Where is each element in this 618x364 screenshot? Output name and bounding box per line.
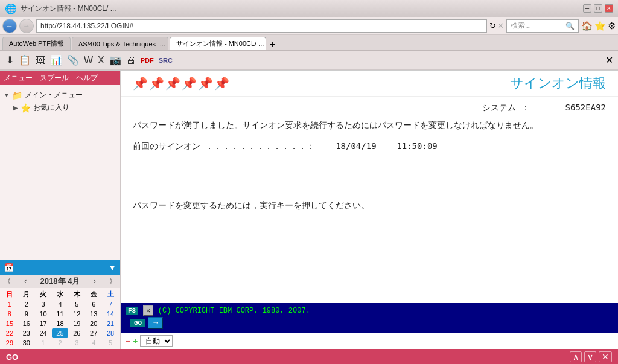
cal-header-sun: 日 (1, 289, 18, 299)
cal-day[interactable]: 2 (18, 299, 35, 309)
status-close-button[interactable]: ✕ (599, 351, 612, 362)
close-button[interactable]: ✕ (605, 4, 613, 13)
prev-week-button[interactable]: ‹ (24, 277, 27, 286)
back-button[interactable]: ← (2, 19, 17, 33)
toolbar-close-btn[interactable]: ✕ (605, 54, 613, 66)
star-icon[interactable]: ⭐ (594, 21, 606, 31)
cal-day[interactable]: 24 (35, 328, 52, 338)
cal-day[interactable]: 23 (18, 328, 35, 338)
word-icon[interactable]: W (83, 54, 94, 67)
search-box[interactable]: 検索... 🔍 (506, 19, 579, 33)
cal-day[interactable]: 27 (85, 328, 102, 338)
main-toolbar: ⬇ 📋 🖼 📊 📎 W X 📷 🖨 PDF SRC ✕ (0, 51, 618, 70)
cal-day[interactable]: 22 (1, 328, 18, 338)
go-badge[interactable]: GO (130, 319, 145, 327)
scroll-down-button[interactable]: ∨ (584, 351, 596, 362)
cal-day[interactable]: 1 (1, 299, 18, 309)
new-tab-button[interactable]: + (270, 39, 275, 50)
cal-day[interactable]: 29 (1, 338, 18, 348)
cal-day[interactable]: 7 (102, 299, 119, 309)
content-body: システム ： S652EA92 パスワードが満了しました。サインオン要求を続行す… (121, 97, 618, 303)
src-icon[interactable]: SRC (158, 56, 174, 65)
status-go-label: GO (6, 353, 18, 362)
maximize-button[interactable]: □ (594, 4, 602, 13)
content-area: 📌 📌 📌 📌 📌 📌 サインオン情報 システム ： S652EA92 パスワー… (121, 71, 618, 349)
cal-day[interactable]: 13 (85, 309, 102, 319)
cal-day[interactable]: 10 (35, 309, 52, 319)
auto-select[interactable]: 自動 (140, 335, 173, 347)
cal-header-fri: 金 (85, 289, 102, 299)
page-icon[interactable]: 📋 (18, 53, 32, 67)
cal-day[interactable]: 21 (102, 319, 119, 328)
tab-autoweb[interactable]: AutoWeb PTF情報 (2, 37, 71, 50)
calendar-dropdown-icon[interactable]: ▼ (108, 263, 116, 272)
page-title: サインオン情報 (510, 74, 606, 92)
cal-day[interactable]: 15 (1, 319, 18, 328)
cal-day[interactable]: 12 (68, 309, 85, 319)
prev-month-button[interactable]: 《 (4, 276, 11, 287)
next-month-button[interactable]: 》 (109, 276, 116, 287)
cal-header-sat: 土 (102, 289, 119, 299)
clip-icon[interactable]: 📎 (66, 53, 80, 67)
terminal-x-button[interactable]: ✕ (143, 305, 153, 316)
cal-day[interactable]: 20 (85, 319, 102, 328)
cal-week-1: 1 2 3 4 5 6 7 (1, 299, 119, 309)
tree-sub: ▶ ⭐ お気に入り (12, 101, 118, 114)
cal-day[interactable]: 30 (18, 338, 35, 348)
next-week-button[interactable]: › (94, 277, 96, 286)
expand-arrow-icon: ▼ (4, 92, 10, 98)
cal-day-today[interactable]: 25 (52, 328, 69, 338)
refresh-icon[interactable]: ↻ (489, 21, 496, 30)
minimize-button[interactable]: ─ (583, 4, 591, 13)
cal-day[interactable]: 5 (102, 338, 119, 348)
last-signon-date: 18/04/19 (336, 141, 376, 151)
chart-icon[interactable]: 📊 (49, 53, 63, 67)
excel-icon[interactable]: X (97, 54, 106, 67)
sidebar-menu-item[interactable]: メニュー (4, 73, 33, 83)
cal-day[interactable]: 3 (68, 338, 85, 348)
cal-day[interactable]: 14 (102, 309, 119, 319)
cal-day[interactable]: 9 (18, 309, 35, 319)
calendar-icon[interactable]: 📅 (4, 263, 14, 272)
cal-day[interactable]: 16 (18, 319, 35, 328)
pin-orange-icon: 📌 (149, 76, 164, 91)
cal-day[interactable]: 8 (1, 309, 18, 319)
image-icon[interactable]: 🖼 (34, 54, 46, 67)
pin-green-icon: 📌 (182, 76, 197, 91)
scroll-up-button[interactable]: ∧ (570, 351, 582, 362)
cal-day[interactable]: 18 (52, 319, 69, 328)
pin-blue-icon: 📌 (198, 76, 213, 91)
cal-day[interactable]: 1 (35, 338, 52, 348)
cal-day[interactable]: 5 (68, 299, 85, 309)
cal-day[interactable]: 6 (85, 299, 102, 309)
cal-day[interactable]: 2 (52, 338, 69, 348)
sidebar-help-item[interactable]: ヘルプ (76, 73, 98, 83)
home-icon[interactable]: 🏠 (581, 21, 593, 31)
cal-day[interactable]: 19 (68, 319, 85, 328)
tab-signon[interactable]: サインオン情報 - MN00CL/ ... ✕ (170, 37, 266, 50)
cal-day[interactable]: 17 (35, 319, 52, 328)
camera-icon[interactable]: 📷 (108, 53, 123, 67)
sidebar-spool-item[interactable]: スプール (40, 73, 69, 83)
settings-icon[interactable]: ⚙ (608, 21, 616, 31)
stop-icon[interactable]: ✕ (497, 21, 504, 30)
minus-button[interactable]: − (126, 336, 130, 346)
pdf-icon[interactable]: PDF (139, 56, 155, 65)
cal-day[interactable]: 4 (85, 338, 102, 348)
f3-badge[interactable]: F3 (126, 307, 138, 315)
cal-day[interactable]: 26 (68, 328, 85, 338)
cal-day[interactable]: 4 (52, 299, 69, 309)
print-icon[interactable]: 🖨 (125, 54, 137, 67)
download-icon[interactable]: ⬇ (5, 53, 15, 67)
arrow-button[interactable]: → (148, 317, 163, 329)
tree-item-favorites[interactable]: ▶ ⭐ お気に入り (12, 101, 118, 114)
cal-week-4: 22 23 24 25 26 27 28 (1, 328, 119, 338)
cal-day[interactable]: 3 (35, 299, 52, 309)
address-bar[interactable]: http://218.44.135.22/LOGIN# (36, 19, 487, 33)
cal-day[interactable]: 28 (102, 328, 119, 338)
calendar-section: 📅 ▼ (0, 260, 120, 275)
plus-button[interactable]: + (133, 336, 138, 346)
tree-item-main-menu[interactable]: ▼ 📁 メイン・メニュー (2, 89, 118, 101)
tab-as400[interactable]: AS/400 Tips & Techniques -... (72, 37, 168, 50)
cal-day[interactable]: 11 (52, 309, 69, 319)
